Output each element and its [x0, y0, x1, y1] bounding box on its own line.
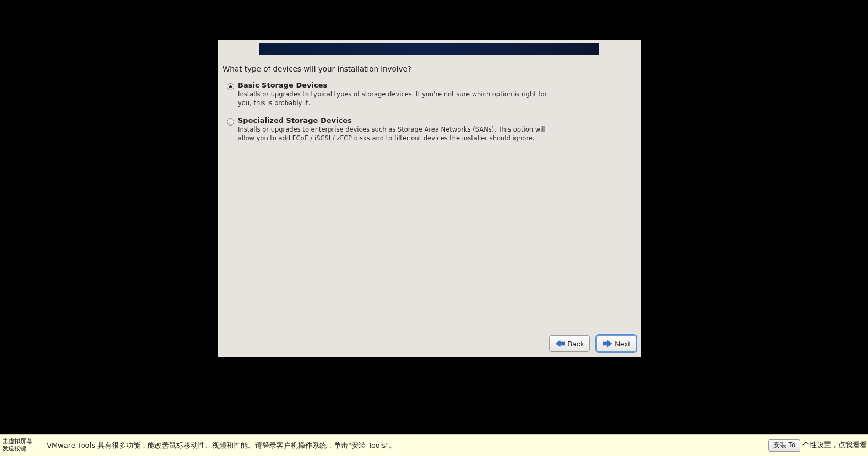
option-basic-storage[interactable]: Basic Storage Devices Installs or upgrad…	[227, 81, 636, 107]
back-button[interactable]: Back	[549, 335, 590, 352]
arrow-right-icon	[603, 340, 612, 348]
installer-window: What type of devices will your installat…	[218, 40, 641, 357]
device-type-question: What type of devices will your installat…	[223, 64, 636, 73]
option-description: Installs or upgrades to typical types of…	[238, 90, 557, 107]
hint-left-text: 击虚拟屏幕 发送按键	[0, 436, 42, 454]
wizard-button-row: Back Next	[218, 335, 641, 357]
svg-marker-0	[556, 340, 565, 347]
arrow-left-icon	[555, 340, 565, 348]
radio-specialized-storage[interactable]	[227, 118, 234, 126]
svg-marker-1	[603, 340, 612, 347]
personalization-overlay[interactable]: 个性设置，点我看看	[802, 441, 867, 450]
option-description: Installs or upgrades to enterprise devic…	[238, 126, 557, 143]
installer-header-banner	[259, 43, 599, 55]
vm-screen: What type of devices will your installat…	[0, 0, 868, 412]
next-button-label: Next	[615, 340, 630, 348]
radio-basic-storage[interactable]	[227, 83, 234, 90]
storage-options-group: Basic Storage Devices Installs or upgrad…	[223, 81, 636, 143]
hint-divider	[42, 437, 42, 454]
next-button[interactable]: Next	[596, 335, 636, 352]
vmware-hint-bar: 击虚拟屏幕 发送按键 VMware Tools 具有很多功能，能改善鼠标移动性、…	[0, 434, 868, 456]
back-button-label: Back	[567, 340, 584, 348]
installer-content: What type of devices will your installat…	[218, 55, 641, 335]
option-specialized-storage[interactable]: Specialized Storage Devices Installs or …	[227, 116, 636, 143]
option-title: Basic Storage Devices	[238, 81, 614, 89]
install-tools-button[interactable]: 安装 To	[768, 439, 800, 452]
vmware-tools-message: VMware Tools 具有很多功能，能改善鼠标移动性、视频和性能。请登录客户…	[47, 441, 768, 450]
option-title: Specialized Storage Devices	[238, 116, 614, 124]
